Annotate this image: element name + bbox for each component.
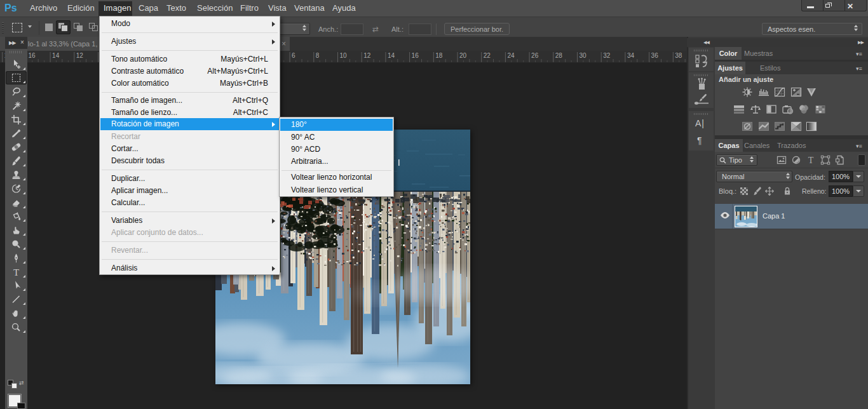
svg-text:26: 26: [531, 52, 539, 59]
svg-text:22: 22: [484, 52, 491, 59]
svg-text:T: T: [13, 267, 19, 277]
svg-text:32: 32: [603, 52, 611, 59]
svg-text:30: 30: [580, 52, 587, 59]
svg-text:16: 16: [412, 52, 419, 59]
svg-text:36: 36: [651, 52, 659, 59]
svg-text:14: 14: [388, 52, 395, 59]
svg-text:10: 10: [340, 52, 348, 59]
svg-text:24: 24: [507, 52, 515, 59]
svg-text:6: 6: [292, 52, 295, 59]
svg-text:38: 38: [675, 52, 682, 59]
svg-text:16: 16: [28, 52, 36, 59]
svg-text:20: 20: [459, 52, 467, 59]
svg-text:12: 12: [76, 52, 84, 59]
svg-text:12: 12: [363, 52, 371, 59]
svg-text:14: 14: [52, 52, 60, 59]
svg-text:18: 18: [435, 52, 443, 59]
svg-text:T: T: [808, 156, 814, 165]
svg-text:8: 8: [316, 52, 320, 59]
svg-text:34: 34: [627, 52, 635, 59]
svg-text:28: 28: [555, 52, 563, 59]
